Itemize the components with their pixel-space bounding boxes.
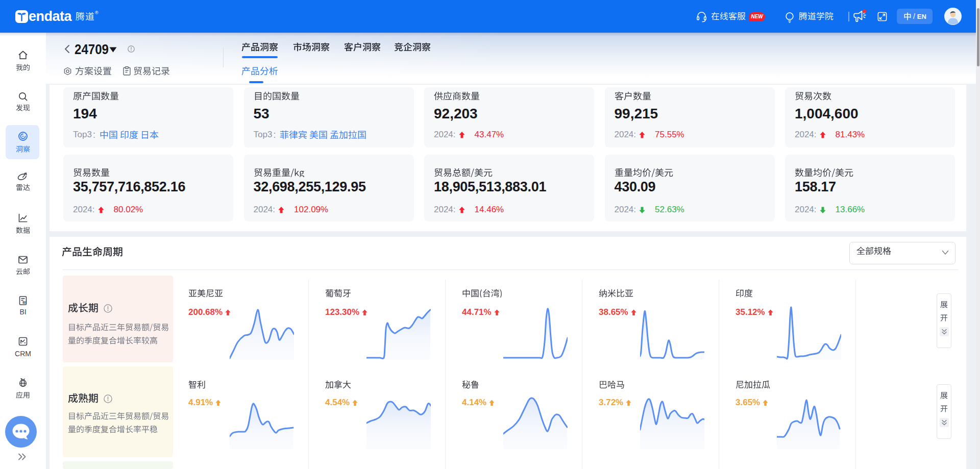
svg-text:BI: BI — [22, 301, 26, 304]
